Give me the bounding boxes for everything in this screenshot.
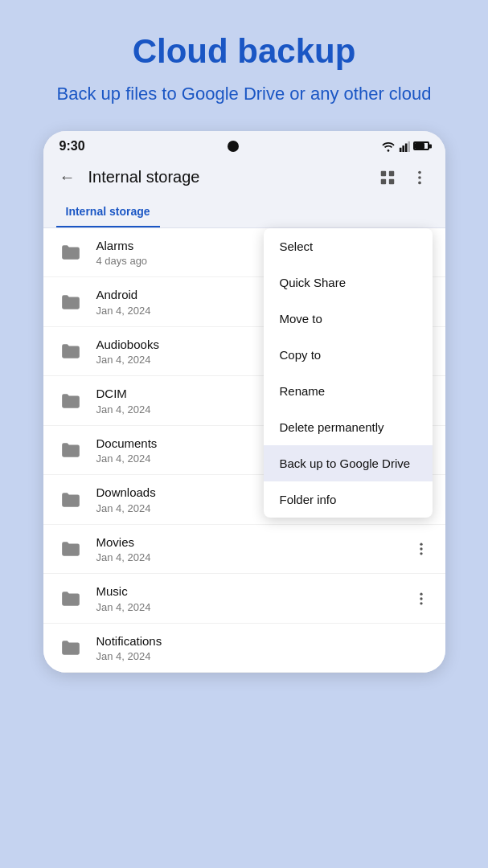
context-menu: Select Quick Share Move to Copy to Renam…: [264, 228, 433, 518]
folder-icon: [56, 436, 85, 465]
folder-icon: [56, 238, 85, 267]
folder-icon: [56, 534, 85, 563]
item-more-button[interactable]: [410, 588, 433, 610]
menu-item-quick-share[interactable]: Quick Share: [264, 264, 433, 301]
svg-point-14: [420, 543, 422, 546]
file-list: Alarms 4 days ago Select Quick Share Mov…: [43, 228, 445, 674]
svg-rect-3: [408, 141, 410, 152]
file-info: Music Jan 4, 2024: [96, 583, 410, 613]
list-item: Notifications Jan 4, 2024: [43, 624, 445, 674]
svg-rect-7: [388, 179, 393, 184]
toolbar-icons: [375, 165, 433, 190]
svg-point-10: [418, 181, 421, 184]
file-info: Movies Jan 4, 2024: [96, 534, 410, 564]
phone-mockup: 9:30 ← Internal storage: [43, 131, 445, 674]
file-date: Jan 4, 2024: [96, 601, 410, 613]
menu-item-move-to[interactable]: Move to: [264, 301, 433, 337]
item-more-button[interactable]: [410, 538, 433, 560]
menu-item-copy-to[interactable]: Copy to: [264, 337, 433, 373]
signal-icon: [399, 141, 410, 152]
svg-rect-0: [399, 148, 401, 152]
list-item: Alarms 4 days ago Select Quick Share Mov…: [43, 228, 445, 278]
folder-icon: [56, 485, 85, 514]
svg-rect-1: [402, 145, 404, 152]
menu-item-select[interactable]: Select: [264, 228, 433, 264]
menu-item-folder-info[interactable]: Folder info: [264, 481, 433, 518]
svg-point-16: [420, 552, 422, 555]
svg-rect-6: [380, 179, 385, 184]
toolbar-title: Internal storage: [88, 168, 365, 186]
battery-icon: [413, 141, 429, 150]
svg-point-15: [420, 547, 422, 550]
folder-icon: [56, 288, 85, 317]
file-date: Jan 4, 2024: [96, 650, 433, 662]
overflow-menu-button[interactable]: [407, 165, 433, 190]
list-item: Music Jan 4, 2024: [43, 574, 445, 624]
status-icons: [381, 141, 429, 152]
svg-point-18: [420, 597, 422, 600]
menu-item-delete-permanently[interactable]: Delete permanently: [264, 409, 433, 445]
folder-icon: [56, 584, 85, 613]
wifi-icon: [381, 141, 396, 152]
folder-icon: [56, 337, 85, 366]
svg-rect-2: [404, 143, 407, 152]
svg-point-17: [420, 592, 422, 595]
folder-icon: [56, 633, 85, 662]
status-time: 9:30: [59, 139, 85, 154]
page-subtitle: Back up files to Google Drive or any oth…: [32, 82, 456, 107]
grid-view-button[interactable]: [375, 165, 400, 190]
tab-bar: Internal storage: [43, 197, 445, 228]
header-section: Cloud backup Back up files to Google Dri…: [0, 0, 488, 123]
toolbar: ← Internal storage: [43, 158, 445, 197]
file-name: Movies: [96, 534, 410, 551]
list-item: Movies Jan 4, 2024: [43, 525, 445, 575]
svg-point-8: [418, 171, 421, 174]
status-bar: 9:30: [43, 131, 445, 158]
svg-rect-4: [380, 171, 385, 176]
menu-item-rename[interactable]: Rename: [264, 373, 433, 409]
svg-point-9: [418, 176, 421, 179]
folder-icon: [56, 387, 85, 416]
file-name: Notifications: [96, 633, 433, 649]
back-button[interactable]: ←: [56, 165, 79, 190]
menu-item-backup-google-drive[interactable]: Back up to Google Drive: [264, 445, 433, 481]
file-date: Jan 4, 2024: [96, 551, 410, 563]
camera-dot: [228, 141, 239, 152]
file-name: Music: [96, 583, 410, 600]
internal-storage-tab[interactable]: Internal storage: [56, 197, 160, 227]
file-info: Notifications Jan 4, 2024: [96, 633, 433, 663]
svg-rect-5: [388, 171, 393, 176]
svg-point-19: [420, 602, 422, 604]
page-title: Cloud backup: [32, 32, 456, 71]
